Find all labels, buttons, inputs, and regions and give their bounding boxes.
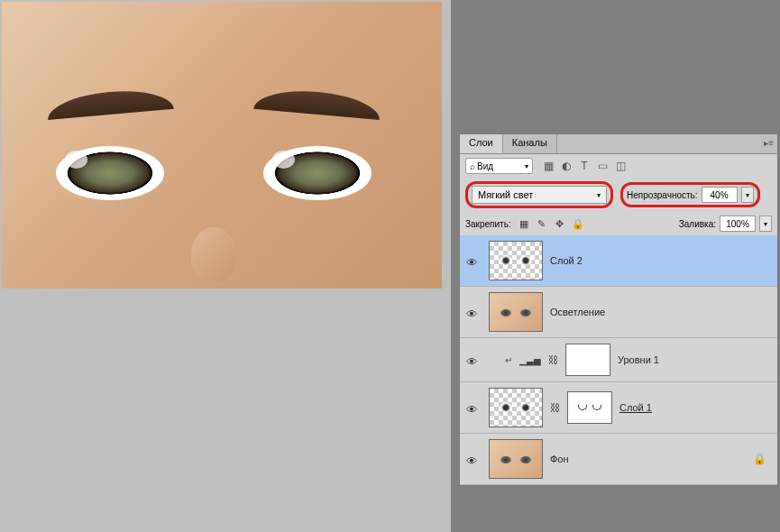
levels-icon: ▁▃▅	[519, 355, 541, 365]
opacity-input[interactable]	[702, 187, 738, 203]
visibility-icon[interactable]: 👁	[466, 355, 479, 364]
lock-pixels-icon[interactable]: ✎	[535, 216, 549, 231]
opacity-group: Непрозрачность: ▾	[627, 187, 754, 203]
filter-shape-icon[interactable]: ▭	[596, 160, 609, 172]
canvas-area	[0, 0, 451, 532]
lock-indicator-icon: 🔒	[753, 453, 766, 465]
layer-thumbnail[interactable]	[489, 439, 543, 479]
lock-position-icon[interactable]: ✥	[553, 216, 567, 231]
opacity-label: Непрозрачность:	[627, 190, 698, 200]
image-content	[253, 87, 381, 120]
opacity-dropdown-btn[interactable]: ▾	[741, 187, 754, 203]
visibility-icon[interactable]: 👁	[466, 256, 479, 265]
layer-item[interactable]: 👁 ⛓ Слой 1	[460, 382, 777, 434]
filter-label: Вид	[477, 161, 493, 171]
filter-pixel-icon[interactable]: ▦	[542, 160, 555, 172]
layer-name[interactable]: Слой 1	[619, 402, 652, 413]
layer-mask-thumbnail[interactable]	[567, 391, 612, 424]
filter-row: Вид ▾ ▦ ◐ T ▭ ◫	[460, 154, 777, 178]
tab-layers[interactable]: Слои	[460, 134, 503, 153]
filter-adjustment-icon[interactable]: ◐	[560, 160, 573, 172]
layer-name[interactable]: Уровни 1	[618, 354, 659, 365]
layer-thumbnail[interactable]	[489, 388, 543, 427]
link-icon[interactable]: ⛓	[548, 354, 558, 365]
visibility-icon[interactable]: 👁	[466, 454, 479, 463]
layer-item[interactable]: 👁 ↵ ▁▃▅ ⛓ Уровни 1	[460, 338, 777, 382]
blend-row: Мягкий свет ▾ Непрозрачность: ▾	[460, 178, 777, 212]
image-content	[191, 227, 236, 281]
fill-label: Заливка:	[679, 219, 716, 229]
image-content	[46, 87, 174, 120]
filter-type-dropdown[interactable]: Вид ▾	[465, 158, 533, 174]
lock-row: Закрепить: ▦ ✎ ✥ 🔒 Заливка: ▾	[460, 212, 777, 235]
fill-dropdown-btn[interactable]: ▾	[759, 216, 772, 232]
layer-name[interactable]: Фон	[550, 454, 569, 464]
layer-name[interactable]: Осветление	[550, 307, 605, 317]
layer-thumbnail[interactable]	[489, 241, 543, 280]
layer-item[interactable]: 👁 Осветление	[460, 287, 777, 338]
link-icon[interactable]: ⛓	[550, 402, 560, 413]
lock-label: Закрепить:	[465, 219, 511, 229]
panel-tabs: Слои Каналы ▸≡	[460, 134, 777, 154]
layer-item[interactable]: 👁 Фон 🔒	[460, 434, 777, 485]
filter-smart-icon[interactable]: ◫	[614, 160, 627, 172]
visibility-icon[interactable]: 👁	[466, 403, 479, 412]
image-content	[56, 146, 164, 200]
lock-all-icon[interactable]: 🔒	[571, 216, 585, 231]
blend-mode-highlight: Мягкий свет ▾	[465, 181, 613, 208]
layer-list: 👁 Слой 2 👁 Осветление 👁 ↵ ▁▃▅ ⛓ Уровни 1…	[460, 235, 777, 485]
blend-mode-dropdown[interactable]: Мягкий свет ▾	[472, 186, 607, 204]
layer-item[interactable]: 👁 Слой 2	[460, 235, 777, 287]
layer-name[interactable]: Слой 2	[550, 255, 583, 266]
image-content	[263, 146, 372, 200]
blend-mode-value: Мягкий свет	[478, 189, 533, 200]
layer-thumbnail[interactable]	[489, 292, 543, 332]
clip-indicator-icon: ↵	[505, 355, 512, 365]
fill-group: Заливка: ▾	[679, 216, 772, 232]
filter-type-icon[interactable]: T	[578, 160, 591, 172]
lock-transparency-icon[interactable]: ▦	[517, 216, 531, 231]
layer-mask-thumbnail[interactable]	[565, 344, 610, 376]
tab-channels[interactable]: Каналы	[503, 134, 557, 153]
fill-input[interactable]	[720, 216, 756, 232]
document-image[interactable]	[2, 2, 442, 289]
layers-panel: Слои Каналы ▸≡ Вид ▾ ▦ ◐ T ▭ ◫ Мягкий св…	[459, 133, 778, 486]
panel-menu-icon[interactable]: ▸≡	[764, 138, 774, 148]
filter-icons: ▦ ◐ T ▭ ◫	[542, 160, 627, 172]
opacity-highlight: Непрозрачность: ▾	[620, 182, 760, 207]
visibility-icon[interactable]: 👁	[466, 307, 479, 316]
